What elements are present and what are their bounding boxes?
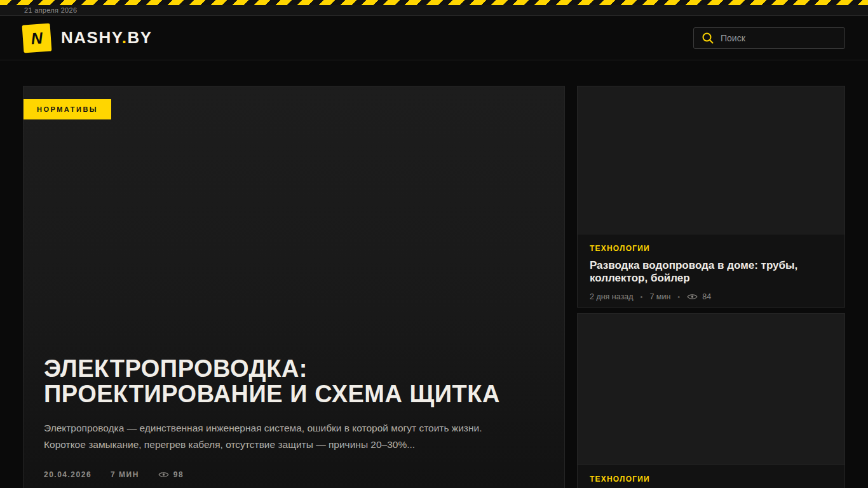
featured-view-count-value: 98 <box>173 470 184 479</box>
article-view-count-value: 84 <box>702 292 711 301</box>
search-input[interactable] <box>721 33 837 43</box>
article-category-label[interactable]: ТЕХНОЛОГИИ <box>590 475 832 484</box>
site-header: N NASHY.BY <box>0 16 868 60</box>
search-box[interactable] <box>693 27 845 49</box>
eye-icon <box>687 293 698 301</box>
article-view-count: 84 <box>687 292 711 301</box>
article-card-body: ТЕХНОЛОГИИ Разводка водопровода в доме: … <box>578 234 844 308</box>
article-title[interactable]: Разводка водопровода в доме: трубы, колл… <box>590 259 832 285</box>
site-brand-title[interactable]: NASHY.BY <box>61 28 153 48</box>
featured-article-title[interactable]: ЭЛЕКТРОПРОВОДКА: ПРОЕКТИРОВАНИЕ И СХЕМА … <box>44 356 533 407</box>
current-date: 21 апреля 2026 <box>24 6 77 14</box>
search-icon <box>702 32 714 44</box>
article-read-time: 7 мин <box>649 292 670 301</box>
featured-view-count: 98 <box>158 470 184 479</box>
featured-publish-date: 20.04.2026 <box>44 470 92 479</box>
article-thumbnail <box>578 314 844 465</box>
featured-article-text: ЭЛЕКТРОПРОВОДКА: ПРОЕКТИРОВАНИЕ И СХЕМА … <box>44 356 533 479</box>
brand-tld: BY <box>127 28 152 47</box>
date-bar: 21 апреля 2026 <box>0 5 868 16</box>
article-card-body: ТЕХНОЛОГИИ <box>578 465 844 488</box>
featured-article-excerpt: Электропроводка — единственная инженерна… <box>44 420 511 453</box>
article-meta: 2 дня назад • 7 мин • 84 <box>590 292 832 301</box>
logo-letter: N <box>31 28 43 47</box>
meta-dot-separator: • <box>677 293 680 301</box>
featured-category-badge[interactable]: НОРМАТИВЫ <box>24 99 111 119</box>
eye-icon <box>158 471 169 478</box>
sidebar-article-list: ТЕХНОЛОГИИ Разводка водопровода в доме: … <box>577 86 845 488</box>
article-thumbnail <box>578 86 844 234</box>
article-age: 2 дня назад <box>590 292 634 301</box>
sidebar-article-card[interactable]: ТЕХНОЛОГИИ Разводка водопровода в доме: … <box>577 86 845 308</box>
featured-article-card[interactable]: НОРМАТИВЫ ЭЛЕКТРОПРОВОДКА: ПРОЕКТИРОВАНИ… <box>23 86 565 488</box>
sidebar-article-card[interactable]: ТЕХНОЛОГИИ <box>577 313 845 488</box>
featured-read-time: 7 МИН <box>111 470 139 479</box>
site-logo[interactable]: N <box>22 23 52 53</box>
featured-article-meta: 20.04.2026 7 МИН 98 <box>44 470 533 479</box>
hazard-stripe-banner <box>0 0 868 5</box>
main-content: НОРМАТИВЫ ЭЛЕКТРОПРОВОДКА: ПРОЕКТИРОВАНИ… <box>0 86 868 488</box>
article-category-label[interactable]: ТЕХНОЛОГИИ <box>590 244 832 253</box>
meta-dot-separator: • <box>641 293 643 301</box>
brand-name: NASHY <box>61 28 122 47</box>
